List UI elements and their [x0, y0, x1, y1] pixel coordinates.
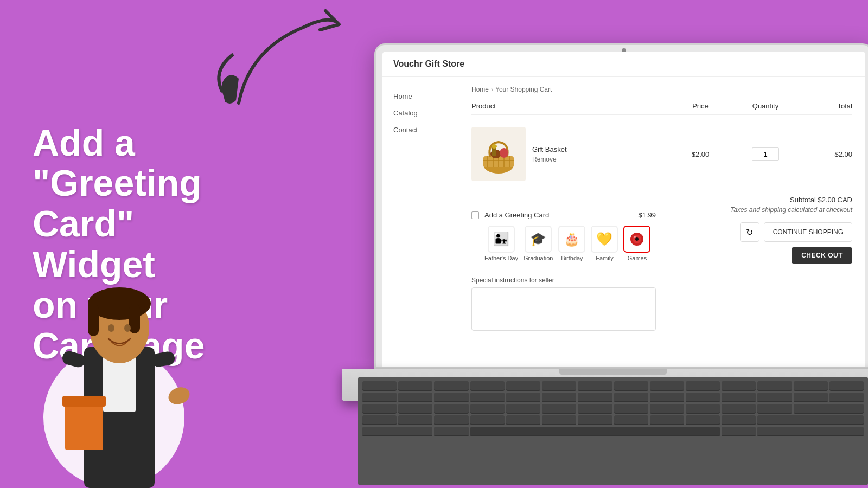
greeting-cards: 👨‍👧 Father's Day 🎓 Graduation [484, 226, 656, 261]
store-nav: Home Catalog Contact [382, 77, 458, 365]
person-figure [33, 228, 206, 488]
card-icon-birthday: 🎂 [558, 226, 585, 253]
laptop-lid: Vouchr Gift Store Home Catalog Contact H… [374, 43, 868, 369]
card-family[interactable]: 💛 Family [591, 226, 618, 261]
card-icon-fathers-day: 👨‍👧 [488, 226, 515, 253]
store-content: Vouchr Gift Store Home Catalog Contact H… [382, 52, 865, 367]
summary-right: Subtotal $2.00 CAD Taxes and shipping ca… [700, 196, 852, 264]
svg-point-27 [635, 237, 639, 241]
cart-item-row: Gift Basket Remove $2.00 $2.00 [471, 121, 852, 187]
card-label-graduation: Graduation [524, 255, 553, 261]
product-details: Gift Basket Remove [532, 145, 567, 163]
store-layout: Home Catalog Contact Home › Your Shoppin… [382, 77, 865, 365]
left-bottom: Add a Greeting Card $1.99 👨‍👧 Father's D… [471, 196, 656, 332]
refresh-button[interactable]: ↻ [740, 222, 760, 242]
greeting-section: Add a Greeting Card $1.99 👨‍👧 Father's D… [471, 204, 656, 268]
card-label-birthday: Birthday [561, 255, 583, 261]
action-buttons: ↻ CONTINUE SHOPPING [700, 222, 852, 242]
arrow-decoration [206, 5, 342, 114]
svg-point-12 [166, 384, 192, 407]
subtotal-text: Subtotal $2.00 CAD [700, 196, 852, 204]
laptop-keyboard [358, 377, 868, 485]
svg-rect-10 [65, 401, 103, 450]
item-price: $2.00 [668, 150, 733, 158]
store-header: Vouchr Gift Store [382, 52, 865, 77]
shipping-note: Taxes and shipping calculated at checkou… [700, 206, 852, 214]
svg-rect-8 [61, 350, 86, 369]
card-label-family: Family [596, 255, 613, 261]
svg-rect-9 [151, 351, 176, 368]
special-instructions: Special instructions for seller [471, 277, 656, 332]
svg-rect-4 [88, 304, 99, 336]
card-label-fathers-day: Father's Day [484, 255, 518, 261]
greeting-checkbox[interactable] [471, 211, 479, 219]
qty-input[interactable] [752, 147, 779, 161]
col-price: Price [668, 102, 733, 110]
svg-point-22 [500, 148, 508, 158]
laptop: Vouchr Gift Store Home Catalog Contact H… [342, 43, 868, 488]
special-instructions-label: Special instructions for seller [471, 277, 656, 284]
greeting-row: Add a Greeting Card $1.99 [471, 211, 656, 219]
card-graduation[interactable]: 🎓 Graduation [524, 226, 553, 261]
breadcrumb: Home › Your Shopping Cart [471, 86, 852, 93]
svg-point-7 [124, 324, 131, 332]
continue-shopping-button[interactable]: CONTINUE SHOPPING [764, 222, 852, 242]
product-name: Gift Basket [532, 145, 567, 153]
card-icon-graduation: 🎓 [525, 226, 552, 253]
store-main: Home › Your Shopping Cart Product Price … [458, 77, 865, 365]
item-qty [733, 147, 798, 161]
card-icon-family: 💛 [591, 226, 618, 253]
keyboard-keys [358, 377, 868, 441]
svg-point-24 [492, 144, 497, 149]
nav-catalog[interactable]: Catalog [382, 105, 458, 121]
col-total: Total [798, 102, 852, 110]
laptop-hinge [559, 369, 667, 375]
svg-point-6 [108, 324, 114, 332]
checkout-button[interactable]: CHECK OUT [792, 247, 852, 264]
card-label-games: Games [628, 255, 647, 261]
bottom-section: Add a Greeting Card $1.99 👨‍👧 Father's D… [471, 196, 852, 332]
nav-contact[interactable]: Contact [382, 121, 458, 138]
card-games[interactable]: Games [623, 226, 650, 261]
product-image [471, 127, 526, 181]
product-info: Gift Basket Remove [471, 127, 668, 181]
laptop-screen: Vouchr Gift Store Home Catalog Contact H… [382, 52, 865, 367]
card-fathers-day[interactable]: 👨‍👧 Father's Day [484, 226, 518, 261]
card-icon-games [623, 226, 650, 253]
card-birthday[interactable]: 🎂 Birthday [558, 226, 585, 261]
cart-header: Product Price Quantity Total [471, 102, 852, 115]
nav-home[interactable]: Home [382, 88, 458, 105]
svg-point-28 [634, 236, 636, 238]
item-total: $2.00 [798, 150, 852, 158]
checkout-container: CHECK OUT [700, 247, 852, 264]
remove-link[interactable]: Remove [532, 156, 567, 163]
store-logo: Vouchr Gift Store [393, 59, 464, 69]
greeting-price: $1.99 [638, 211, 656, 219]
greeting-label: Add a Greeting Card [484, 211, 549, 219]
svg-rect-5 [129, 304, 140, 333]
special-instructions-textarea[interactable] [471, 287, 656, 331]
col-product: Product [471, 102, 668, 110]
col-quantity: Quantity [733, 102, 798, 110]
svg-rect-11 [62, 396, 106, 407]
